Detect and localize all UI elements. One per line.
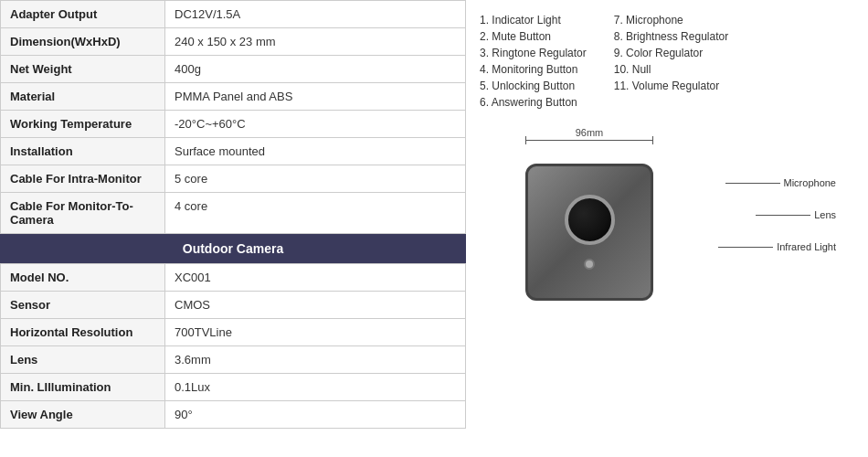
camera-lens xyxy=(565,195,615,245)
legend-item: 4. Monitoring Button xyxy=(480,63,587,76)
legend-item: 5. Unlocking Button xyxy=(480,80,587,92)
main-container: Adapter Output DC12V/1.5A Dimension(WxHx… xyxy=(0,0,868,429)
row-value: PMMA Panel and ABS xyxy=(165,83,466,111)
table-row: Working Temperature -20°C~+60°C xyxy=(1,111,466,138)
table-row: Cable For Intra-Monitor 5 core xyxy=(1,165,466,193)
outdoor-specs: Model NO. XC001 Sensor CMOS Horizontal R… xyxy=(0,263,466,429)
dimension-width-label: 96mm xyxy=(576,127,604,138)
lens-label-container: Lens xyxy=(756,209,836,220)
row-value: XC001 xyxy=(165,264,466,292)
row-label: View Angle xyxy=(1,401,165,429)
legend-item: 2. Mute Button xyxy=(480,30,587,43)
row-label: Min. LIllumination xyxy=(1,374,165,401)
lens-label: Lens xyxy=(814,209,836,220)
row-value: Surface mounted xyxy=(165,138,466,165)
legend-item: 7. Microphone xyxy=(614,14,728,27)
row-label: Material xyxy=(1,83,165,111)
infrared-label: Infrared Light xyxy=(777,241,836,252)
diagram-area: 1. Indicator Light2. Mute Button3. Ringt… xyxy=(466,0,868,429)
legend-item: 3. Ringtone Regulator xyxy=(480,47,587,59)
row-value: 5 core xyxy=(165,165,466,193)
row-value: 4 core xyxy=(165,193,466,234)
row-label: Dimension(WxHxD) xyxy=(1,28,165,56)
table-row: Material PMMA Panel and ABS xyxy=(1,83,466,111)
row-label: Working Temperature xyxy=(1,111,165,138)
row-value: -20°C~+60°C xyxy=(165,111,466,138)
row-value: 240 x 150 x 23 mm xyxy=(165,28,466,56)
row-label: Adapter Output xyxy=(1,1,165,28)
table-row: Min. LIllumination 0.1Lux xyxy=(1,374,466,401)
row-value: 90° xyxy=(165,401,466,429)
row-label: Horizontal Resolution xyxy=(1,319,165,346)
row-label: Cable For Monitor-To-Camera xyxy=(1,193,165,234)
row-label: Model NO. xyxy=(1,264,165,292)
row-value: DC12V/1.5A xyxy=(165,1,466,28)
row-value: CMOS xyxy=(165,292,466,319)
table-row: Model NO. XC001 xyxy=(1,264,466,292)
row-value: 700TVLine xyxy=(165,319,466,346)
table-row: Sensor CMOS xyxy=(1,292,466,319)
legend-item: 6. Answering Button xyxy=(480,96,587,109)
legend-item: 9. Color Regulator xyxy=(614,47,728,59)
row-value: 0.1Lux xyxy=(165,374,466,401)
table-row: Lens 3.6mm xyxy=(1,346,466,374)
infrared-label-container: Infrared Light xyxy=(718,241,836,252)
table-row: Installation Surface mounted xyxy=(1,138,466,165)
legend-item: 8. Brightness Regulator xyxy=(614,30,728,43)
row-label: Net Weight xyxy=(1,56,165,83)
row-label: Lens xyxy=(1,346,165,374)
row-label: Installation xyxy=(1,138,165,165)
section-header: Outdoor Camera xyxy=(0,234,466,263)
legend-item: 11. Volume Regulator xyxy=(614,80,728,92)
table-row: Adapter Output DC12V/1.5A xyxy=(1,1,466,28)
upper-specs: Adapter Output DC12V/1.5A Dimension(WxHx… xyxy=(0,0,466,234)
specs-table: Adapter Output DC12V/1.5A Dimension(WxHx… xyxy=(0,0,466,429)
dimension-indicator: 96mm xyxy=(525,127,653,141)
legend-list: 1. Indicator Light2. Mute Button3. Ringt… xyxy=(480,14,854,109)
section-header-text: Outdoor Camera xyxy=(183,241,283,256)
camera-button xyxy=(584,259,595,270)
table-row: Horizontal Resolution 700TVLine xyxy=(1,319,466,346)
row-value: 400g xyxy=(165,56,466,83)
row-value: 3.6mm xyxy=(165,346,466,374)
legend-columns: 1. Indicator Light2. Mute Button3. Ringt… xyxy=(480,14,854,109)
legend-item: 1. Indicator Light xyxy=(480,14,587,27)
table-row: Net Weight 400g xyxy=(1,56,466,83)
table-row: Dimension(WxHxD) 240 x 150 x 23 mm xyxy=(1,28,466,56)
table-row: View Angle 90° xyxy=(1,401,466,429)
row-label: Cable For Intra-Monitor xyxy=(1,165,165,193)
legend-item: 10. Null xyxy=(614,63,728,76)
row-label: Sensor xyxy=(1,292,165,319)
table-row: Cable For Monitor-To-Camera 4 core xyxy=(1,193,466,234)
microphone-label-container: Microphone xyxy=(725,177,836,188)
camera-diagram: 96mm Microphone Lens xyxy=(480,127,854,319)
legend-col-1: 1. Indicator Light2. Mute Button3. Ringt… xyxy=(480,14,587,109)
camera-body xyxy=(525,164,653,301)
legend-col-2: 7. Microphone8. Brightness Regulator9. C… xyxy=(614,14,728,109)
microphone-label: Microphone xyxy=(784,177,836,188)
